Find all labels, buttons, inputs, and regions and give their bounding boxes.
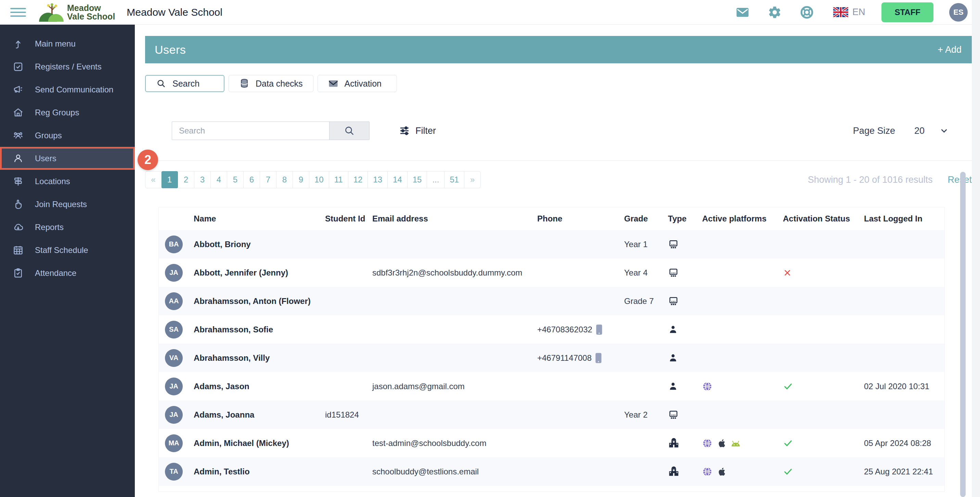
pagination-page-12[interactable]: 12 xyxy=(348,171,368,188)
filter-button[interactable]: Filter xyxy=(399,125,436,136)
tab-label: Activation xyxy=(345,79,382,89)
sidebar-item-staff-schedule[interactable]: Staff Schedule xyxy=(0,239,135,261)
cell-type xyxy=(668,267,679,278)
sidebar-item-label: Main menu xyxy=(35,39,76,49)
sidebar-item-reg-groups[interactable]: Reg Groups xyxy=(0,101,135,124)
cell-grade: Year 2 xyxy=(624,410,648,420)
tab-activation[interactable]: Activation xyxy=(318,75,397,92)
sidebar-item-main-menu[interactable]: Main menu xyxy=(0,32,135,55)
parent-icon xyxy=(668,325,678,335)
megaphone-icon xyxy=(12,84,27,96)
sidebar: Main menuRegisters / EventsSend Communic… xyxy=(0,25,135,497)
pagination-page-5[interactable]: 5 xyxy=(227,171,243,188)
staff-badge-button[interactable]: STAFF xyxy=(881,2,934,22)
pagination: «123456789101112131415...51» xyxy=(145,171,481,188)
pagination-page-1[interactable]: 1 xyxy=(162,171,178,188)
ios-icon xyxy=(716,467,726,476)
pagination-page-10[interactable]: 10 xyxy=(309,171,329,188)
tab-label: Data checks xyxy=(256,79,303,89)
sidebar-item-reports[interactable]: Reports xyxy=(0,216,135,239)
sidebar-item-label: Reg Groups xyxy=(35,108,79,118)
cell-phone: +46791147008 xyxy=(537,352,602,363)
pagination-row: «123456789101112131415...51» Showing 1 -… xyxy=(145,171,972,188)
table-row-admin-michael-mickey[interactable]: MAAdmin, Michael (Mickey)test-admin@scho… xyxy=(159,429,944,457)
sidebar-item-attendance[interactable]: Attendance xyxy=(0,261,135,284)
annotation-step-badge: 2 xyxy=(138,150,158,170)
add-user-button[interactable]: + Add xyxy=(937,45,961,55)
pagination-page-15[interactable]: 15 xyxy=(407,171,427,188)
pagination-page-6[interactable]: 6 xyxy=(243,171,260,188)
cell-email: schoolbuddy@testlions.email xyxy=(372,467,479,476)
filter-label: Filter xyxy=(415,126,436,136)
sidebar-item-join-requests[interactable]: Join Requests xyxy=(0,193,135,216)
pagination-page-7[interactable]: 7 xyxy=(260,171,277,188)
pagination-page-3[interactable]: 3 xyxy=(194,171,211,188)
phone-icon xyxy=(596,324,603,335)
table-row-adams-joanna[interactable]: JAAdams, Joannaid151824Year 2 xyxy=(159,400,944,429)
cell-email: test-admin@schoolsbuddy.com xyxy=(372,438,486,448)
web-icon xyxy=(702,381,713,392)
cell-name: Abbott, Jennifer (Jenny) xyxy=(194,268,288,277)
parent-icon xyxy=(668,353,678,363)
hand-icon xyxy=(12,199,27,210)
pagination-page-9[interactable]: 9 xyxy=(293,171,309,188)
staff-icon xyxy=(668,437,679,449)
users-page-title: Users xyxy=(155,43,186,56)
sidebar-item-users[interactable]: Users xyxy=(0,147,135,170)
registers-icon xyxy=(12,61,27,73)
database-icon xyxy=(239,78,250,89)
table-row-abrahamsson-anton-flower[interactable]: AAAbrahamsson, Anton (Flower)Grade 7 xyxy=(159,287,944,315)
gear-icon[interactable] xyxy=(767,5,782,19)
cell-active-platforms xyxy=(702,438,741,448)
student-icon xyxy=(668,239,679,250)
search-icon xyxy=(156,78,166,89)
main-content: Users + Add SearchData checksActivation … xyxy=(135,25,980,497)
avatar: JA xyxy=(165,406,183,424)
pagination-next-button[interactable]: » xyxy=(465,171,481,188)
home-icon xyxy=(12,107,27,118)
sidebar-item-groups[interactable]: Groups xyxy=(0,124,135,147)
sidebar-item-label: Send Communication xyxy=(35,85,113,94)
tab-search[interactable]: Search xyxy=(145,75,224,92)
cell-activation-status xyxy=(783,438,793,448)
help-ring-icon[interactable] xyxy=(800,5,814,19)
page-size-selector[interactable]: Page Size 20 xyxy=(853,126,949,136)
chevron-down-icon xyxy=(939,126,949,136)
pagination-page-51[interactable]: 51 xyxy=(444,171,465,188)
table-row-abrahamsson-sofie[interactable]: SAAbrahamsson, Sofie+46708362032 xyxy=(159,315,944,344)
sidebar-item-locations[interactable]: Locations xyxy=(0,170,135,193)
cell-type xyxy=(668,409,679,421)
pagination-page-11[interactable]: 11 xyxy=(329,171,348,188)
hamburger-menu-icon[interactable] xyxy=(10,5,26,19)
cell-grade: Year 4 xyxy=(624,268,648,277)
pagination-prev-button[interactable]: « xyxy=(145,171,162,188)
avatar: JA xyxy=(165,264,183,282)
pagination-page-4[interactable]: 4 xyxy=(211,171,227,188)
sidebar-item-send-communication[interactable]: Send Communication xyxy=(0,78,135,101)
reset-link[interactable]: Reset xyxy=(948,175,972,185)
search-submit-button[interactable] xyxy=(329,121,369,140)
tab-data-checks[interactable]: Data checks xyxy=(229,75,313,92)
cell-email: jason.adams@gmail.com xyxy=(372,382,465,391)
search-input[interactable] xyxy=(172,121,329,140)
user-avatar[interactable]: ES xyxy=(949,3,968,22)
table-row-abbott-jennifer-jenny[interactable]: JAAbbott, Jennifer (Jenny)sdbf3r3rhj2n@s… xyxy=(159,258,944,287)
cloud-download-icon xyxy=(12,221,27,233)
table-row-admin-testlio[interactable]: TAAdmin, Testlioschoolbuddy@testlions.em… xyxy=(159,457,944,486)
table-row-adams-jason[interactable]: JAAdams, Jasonjason.adams@gmail.com02 Ju… xyxy=(159,372,944,400)
sidebar-item-label: Users xyxy=(35,154,56,163)
table-row-abrahamsson-villy[interactable]: VAAbrahamsson, Villy+46791147008 xyxy=(159,344,944,372)
pagination-page-2[interactable]: 2 xyxy=(178,171,194,188)
pagination-page-8[interactable]: 8 xyxy=(277,171,293,188)
pagination-page-13[interactable]: 13 xyxy=(368,171,388,188)
language-selector[interactable]: EN xyxy=(833,7,865,18)
pagination-page-14[interactable]: 14 xyxy=(388,171,407,188)
school-logo: Meadow Vale School xyxy=(39,2,115,22)
logo-text: Meadow Vale School xyxy=(67,4,115,21)
mail-icon[interactable] xyxy=(735,5,750,19)
sidebar-item-registers-events[interactable]: Registers / Events xyxy=(0,55,135,78)
sidebar-item-label: Join Requests xyxy=(35,199,87,209)
table-row-abbott-briony[interactable]: BAAbbott, BrionyYear 1 xyxy=(159,230,944,258)
vertical-scrollbar[interactable] xyxy=(960,172,966,497)
cell-name: Admin, Michael (Mickey) xyxy=(194,438,289,448)
